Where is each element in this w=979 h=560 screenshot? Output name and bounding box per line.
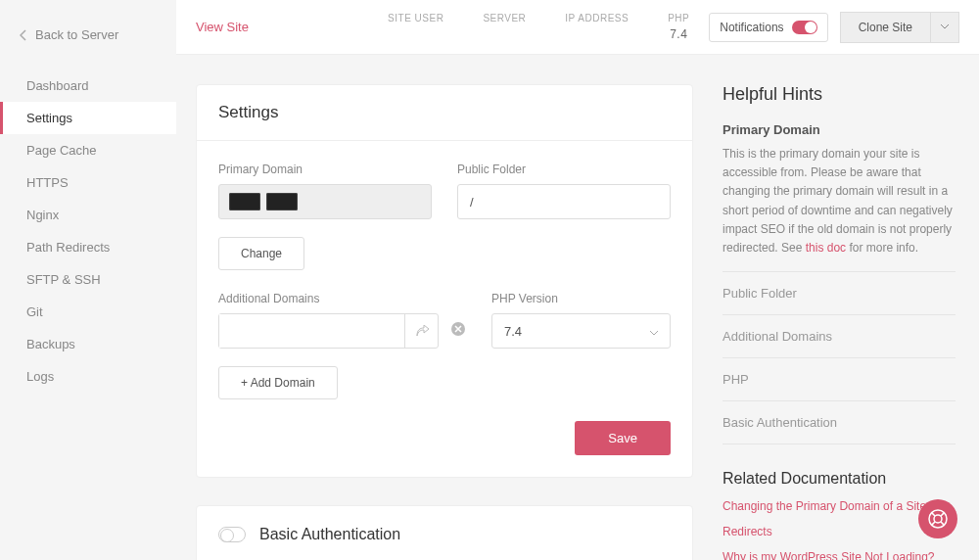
clone-site-dropdown[interactable] [931, 12, 959, 43]
meta-php-value: 7.4 [670, 27, 687, 41]
public-folder-group: Public Folder [457, 163, 671, 219]
sidebar-item-logs[interactable]: Logs [0, 360, 176, 393]
public-folder-label: Public Folder [457, 163, 671, 176]
basic-auth-card: Basic Authentication [196, 505, 693, 560]
back-to-server-link[interactable]: Back to Server [0, 20, 176, 50]
clone-site-group: Clone Site [840, 12, 959, 43]
main-area: Settings Primary Domain Public Folder [176, 55, 979, 560]
hints-title: Helpful Hints [723, 84, 956, 105]
additional-domains-label: Additional Domains [218, 292, 466, 305]
hint-php[interactable]: PHP [723, 358, 956, 401]
meta-label: SITE USER [388, 13, 443, 23]
change-domain-button[interactable]: Change [218, 237, 304, 270]
primary-domain-readonly [218, 184, 432, 219]
notifications-toggle-box[interactable]: Notifications [709, 13, 827, 42]
php-version-select[interactable] [491, 313, 671, 349]
meta-label: PHP [668, 13, 689, 23]
settings-card-body: Primary Domain Public Folder Change [197, 141, 692, 477]
save-button[interactable]: Save [575, 421, 671, 455]
settings-card-title: Settings [197, 85, 692, 141]
clear-icon[interactable] [450, 321, 466, 341]
meta-server: SERVER [483, 13, 526, 41]
sidebar-item-nginx[interactable]: Nginx [0, 199, 176, 231]
view-site-link[interactable]: View Site [196, 20, 249, 34]
basic-auth-toggle-off[interactable] [218, 527, 246, 542]
header-meta: SITE USER SERVER IP ADDRESS PHP 7.4 [388, 13, 689, 41]
doc-link-wp-not-loading[interactable]: Why is my WordPress Site Not Loading? [723, 550, 956, 560]
hint-label: PHP [723, 372, 956, 387]
share-icon[interactable] [404, 314, 438, 348]
meta-label: IP ADDRESS [565, 13, 629, 23]
hint-additional-domains[interactable]: Additional Domains [723, 315, 956, 358]
additional-domain-input-wrap [218, 313, 439, 349]
hint-doc-link[interactable]: this doc [806, 241, 846, 255]
caret-down-icon [941, 24, 949, 29]
sidebar-item-dashboard[interactable]: Dashboard [0, 70, 176, 102]
add-domain-button[interactable]: + Add Domain [218, 366, 338, 399]
hint-public-folder[interactable]: Public Folder [723, 272, 956, 315]
content-column: Settings Primary Domain Public Folder [196, 84, 693, 560]
redacted-text [266, 193, 298, 210]
public-folder-input[interactable] [457, 184, 671, 219]
related-docs-title: Related Documentation [723, 470, 956, 488]
hints-column: Helpful Hints Primary Domain This is the… [723, 84, 956, 560]
settings-card: Settings Primary Domain Public Folder [196, 84, 693, 478]
redacted-text [229, 193, 260, 210]
primary-domain-group: Primary Domain [218, 163, 432, 219]
help-fab[interactable] [918, 499, 957, 538]
sidebar-item-https[interactable]: HTTPS [0, 166, 176, 199]
meta-php: PHP 7.4 [668, 13, 689, 41]
primary-domain-label: Primary Domain [218, 163, 432, 176]
nav-list: Dashboard Settings Page Cache HTTPS Ngin… [0, 70, 176, 393]
sidebar-item-settings[interactable]: Settings [0, 102, 176, 134]
meta-ip: IP ADDRESS [565, 13, 629, 41]
meta-site-user: SITE USER [388, 13, 443, 41]
basic-auth-title: Basic Authentication [259, 526, 400, 543]
notifications-toggle-on[interactable] [792, 21, 817, 34]
additional-domains-group: Additional Domains [218, 292, 466, 349]
hint-label: Public Folder [723, 286, 956, 301]
hint-label: Basic Authentication [723, 415, 956, 430]
hint-primary-domain: Primary Domain This is the primary domai… [723, 122, 956, 272]
sidebar-item-git[interactable]: Git [0, 296, 176, 328]
php-version-label: PHP Version [491, 292, 671, 305]
hint-basic-auth[interactable]: Basic Authentication [723, 401, 956, 444]
sidebar-item-page-cache[interactable]: Page Cache [0, 134, 176, 166]
clone-site-button[interactable]: Clone Site [840, 12, 931, 43]
sidebar-item-path-redirects[interactable]: Path Redirects [0, 231, 176, 263]
sidebar-item-backups[interactable]: Backups [0, 328, 176, 360]
back-label: Back to Server [35, 27, 118, 42]
lifebuoy-icon [927, 508, 949, 530]
sidebar-item-sftp-ssh[interactable]: SFTP & SSH [0, 263, 176, 296]
svg-point-2 [934, 515, 942, 523]
hint-label: Additional Domains [723, 329, 956, 344]
sidebar: Back to Server Dashboard Settings Page C… [0, 0, 176, 560]
meta-label: SERVER [483, 13, 526, 23]
hint-label: Primary Domain [723, 122, 956, 137]
notifications-label: Notifications [720, 21, 783, 34]
chevron-left-icon [20, 29, 27, 41]
php-version-group: PHP Version [491, 292, 671, 349]
topbar: View Site SITE USER SERVER IP ADDRESS PH… [176, 0, 979, 55]
additional-domain-input[interactable] [219, 314, 404, 348]
hint-text: This is the primary domain your site is … [723, 145, 956, 257]
